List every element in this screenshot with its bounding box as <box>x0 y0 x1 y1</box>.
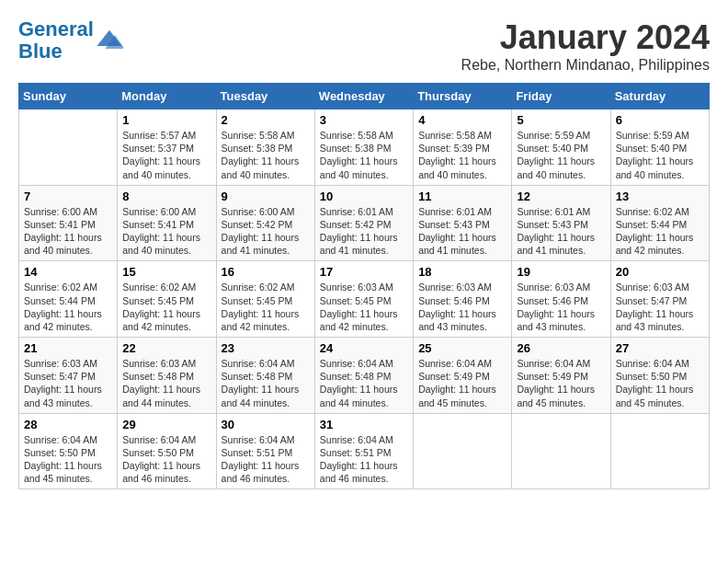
day-info: Sunrise: 6:03 AMSunset: 5:48 PMDaylight:… <box>122 357 210 409</box>
calendar-cell: 23Sunrise: 6:04 AMSunset: 5:48 PMDayligh… <box>216 338 314 414</box>
day-info: Sunrise: 6:02 AMSunset: 5:44 PMDaylight:… <box>616 205 704 258</box>
day-number: 1 <box>122 113 210 127</box>
column-header-friday: Friday <box>512 84 610 109</box>
calendar-cell: 13Sunrise: 6:02 AMSunset: 5:44 PMDayligh… <box>610 185 709 261</box>
day-number: 8 <box>122 190 210 203</box>
calendar-cell: 31Sunrise: 6:04 AMSunset: 5:51 PMDayligh… <box>314 413 413 489</box>
day-number: 19 <box>517 265 605 279</box>
day-number: 27 <box>616 341 704 355</box>
day-info: Sunrise: 6:04 AMSunset: 5:49 PMDaylight:… <box>418 357 506 409</box>
calendar-cell: 25Sunrise: 6:04 AMSunset: 5:49 PMDayligh… <box>414 338 512 414</box>
column-header-wednesday: Wednesday <box>314 84 413 109</box>
location-title: Rebe, Northern Mindanao, Philippines <box>461 57 710 74</box>
day-number: 6 <box>616 113 704 127</box>
calendar-cell: 29Sunrise: 6:04 AMSunset: 5:50 PMDayligh… <box>118 413 216 489</box>
day-number: 9 <box>222 190 310 203</box>
logo: GeneralBlue <box>18 18 123 63</box>
day-number: 10 <box>320 190 408 203</box>
day-info: Sunrise: 6:01 AMSunset: 5:42 PMDaylight:… <box>320 205 408 258</box>
calendar-cell: 4Sunrise: 5:58 AMSunset: 5:39 PMDaylight… <box>414 109 512 186</box>
day-info: Sunrise: 6:01 AMSunset: 5:43 PMDaylight:… <box>517 205 605 258</box>
calendar-cell <box>512 413 610 489</box>
day-number: 16 <box>222 265 310 279</box>
calendar-cell: 9Sunrise: 6:00 AMSunset: 5:42 PMDaylight… <box>216 185 314 261</box>
day-info: Sunrise: 6:03 AMSunset: 5:46 PMDaylight:… <box>418 281 506 333</box>
day-info: Sunrise: 6:00 AMSunset: 5:41 PMDaylight:… <box>122 205 210 258</box>
day-number: 20 <box>616 265 704 279</box>
day-number: 31 <box>320 418 408 431</box>
day-info: Sunrise: 6:03 AMSunset: 5:47 PMDaylight:… <box>616 281 704 333</box>
day-number: 21 <box>24 341 112 355</box>
calendar-week-row: 21Sunrise: 6:03 AMSunset: 5:47 PMDayligh… <box>19 338 710 414</box>
calendar-cell: 16Sunrise: 6:02 AMSunset: 5:45 PMDayligh… <box>216 261 314 338</box>
title-area: January 2024 Rebe, Northern Mindanao, Ph… <box>461 18 710 74</box>
column-header-tuesday: Tuesday <box>216 84 314 109</box>
logo-icon <box>96 27 123 54</box>
calendar-cell: 20Sunrise: 6:03 AMSunset: 5:47 PMDayligh… <box>610 261 709 338</box>
column-header-monday: Monday <box>118 84 216 109</box>
day-info: Sunrise: 6:02 AMSunset: 5:45 PMDaylight:… <box>122 281 210 333</box>
day-number: 4 <box>418 113 506 127</box>
day-number: 17 <box>320 265 408 279</box>
column-header-saturday: Saturday <box>610 84 709 109</box>
day-info: Sunrise: 6:02 AMSunset: 5:45 PMDaylight:… <box>222 281 310 333</box>
calendar-cell: 11Sunrise: 6:01 AMSunset: 5:43 PMDayligh… <box>414 185 512 261</box>
day-info: Sunrise: 6:01 AMSunset: 5:43 PMDaylight:… <box>418 205 506 258</box>
calendar-cell: 17Sunrise: 6:03 AMSunset: 5:45 PMDayligh… <box>314 261 413 338</box>
day-number: 28 <box>24 418 112 431</box>
day-number: 30 <box>222 418 310 431</box>
calendar-cell <box>610 413 709 489</box>
day-number: 23 <box>222 341 310 355</box>
day-info: Sunrise: 5:58 AMSunset: 5:39 PMDaylight:… <box>418 129 506 181</box>
day-info: Sunrise: 5:57 AMSunset: 5:37 PMDaylight:… <box>122 129 210 181</box>
calendar-cell: 6Sunrise: 5:59 AMSunset: 5:40 PMDaylight… <box>610 109 709 186</box>
day-info: Sunrise: 6:00 AMSunset: 5:42 PMDaylight:… <box>222 205 310 258</box>
calendar-week-row: 28Sunrise: 6:04 AMSunset: 5:50 PMDayligh… <box>19 413 710 489</box>
day-number: 24 <box>320 341 408 355</box>
calendar-cell: 30Sunrise: 6:04 AMSunset: 5:51 PMDayligh… <box>216 413 314 489</box>
calendar-table: SundayMondayTuesdayWednesdayThursdayFrid… <box>18 83 710 489</box>
day-number: 3 <box>320 113 408 127</box>
day-info: Sunrise: 6:03 AMSunset: 5:47 PMDaylight:… <box>24 357 112 409</box>
calendar-cell: 26Sunrise: 6:04 AMSunset: 5:49 PMDayligh… <box>512 338 610 414</box>
calendar-week-row: 14Sunrise: 6:02 AMSunset: 5:44 PMDayligh… <box>19 261 710 338</box>
day-info: Sunrise: 6:04 AMSunset: 5:48 PMDaylight:… <box>320 357 408 409</box>
day-number: 18 <box>418 265 506 279</box>
day-number: 2 <box>222 113 310 127</box>
day-info: Sunrise: 6:04 AMSunset: 5:51 PMDaylight:… <box>320 433 408 486</box>
calendar-cell: 27Sunrise: 6:04 AMSunset: 5:50 PMDayligh… <box>610 338 709 414</box>
calendar-cell: 7Sunrise: 6:00 AMSunset: 5:41 PMDaylight… <box>19 185 118 261</box>
calendar-cell: 3Sunrise: 5:58 AMSunset: 5:38 PMDaylight… <box>314 109 413 186</box>
calendar-header-row: SundayMondayTuesdayWednesdayThursdayFrid… <box>19 84 710 109</box>
calendar-cell: 19Sunrise: 6:03 AMSunset: 5:46 PMDayligh… <box>512 261 610 338</box>
day-info: Sunrise: 5:58 AMSunset: 5:38 PMDaylight:… <box>222 129 310 181</box>
day-info: Sunrise: 6:04 AMSunset: 5:51 PMDaylight:… <box>222 433 310 486</box>
calendar-cell: 12Sunrise: 6:01 AMSunset: 5:43 PMDayligh… <box>512 185 610 261</box>
day-info: Sunrise: 5:58 AMSunset: 5:38 PMDaylight:… <box>320 129 408 181</box>
column-header-sunday: Sunday <box>19 84 118 109</box>
calendar-cell: 21Sunrise: 6:03 AMSunset: 5:47 PMDayligh… <box>19 338 118 414</box>
day-number: 15 <box>122 265 210 279</box>
calendar-cell: 24Sunrise: 6:04 AMSunset: 5:48 PMDayligh… <box>314 338 413 414</box>
calendar-cell <box>19 109 118 186</box>
day-number: 25 <box>418 341 506 355</box>
day-number: 11 <box>418 190 506 203</box>
day-info: Sunrise: 6:04 AMSunset: 5:50 PMDaylight:… <box>24 433 112 486</box>
day-number: 29 <box>122 418 210 431</box>
day-info: Sunrise: 5:59 AMSunset: 5:40 PMDaylight:… <box>616 129 704 181</box>
calendar-week-row: 7Sunrise: 6:00 AMSunset: 5:41 PMDaylight… <box>19 185 710 261</box>
day-number: 26 <box>517 341 605 355</box>
calendar-cell: 10Sunrise: 6:01 AMSunset: 5:42 PMDayligh… <box>314 185 413 261</box>
calendar-cell: 14Sunrise: 6:02 AMSunset: 5:44 PMDayligh… <box>19 261 118 338</box>
calendar-cell: 5Sunrise: 5:59 AMSunset: 5:40 PMDaylight… <box>512 109 610 186</box>
day-number: 5 <box>517 113 605 127</box>
month-title: January 2024 <box>461 18 710 57</box>
calendar-cell: 8Sunrise: 6:00 AMSunset: 5:41 PMDaylight… <box>118 185 216 261</box>
day-info: Sunrise: 6:02 AMSunset: 5:44 PMDaylight:… <box>24 281 112 333</box>
day-info: Sunrise: 6:04 AMSunset: 5:49 PMDaylight:… <box>517 357 605 409</box>
day-info: Sunrise: 6:04 AMSunset: 5:50 PMDaylight:… <box>616 357 704 409</box>
day-number: 14 <box>24 265 112 279</box>
calendar-cell: 1Sunrise: 5:57 AMSunset: 5:37 PMDaylight… <box>118 109 216 186</box>
day-number: 13 <box>616 190 704 203</box>
calendar-week-row: 1Sunrise: 5:57 AMSunset: 5:37 PMDaylight… <box>19 109 710 186</box>
